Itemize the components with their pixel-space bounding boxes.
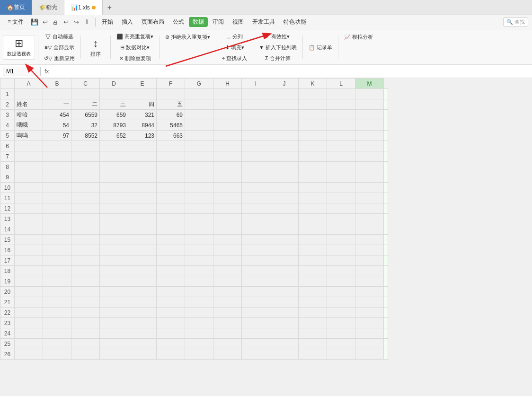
cell-20-10[interactable] <box>299 287 327 297</box>
cell-23-12[interactable] <box>355 318 384 328</box>
cell-8-0[interactable] <box>15 162 43 172</box>
reapply-button[interactable]: ↺▽ 重新应用 <box>41 53 78 63</box>
cell-6-1[interactable] <box>43 141 71 151</box>
cell-15-12[interactable] <box>355 235 384 245</box>
cell-22-10[interactable] <box>299 308 327 318</box>
cell-23-8[interactable] <box>242 318 270 328</box>
cell-14-3[interactable] <box>100 224 128 235</box>
cell-11-5[interactable] <box>157 193 185 203</box>
cell-2-0[interactable]: 姓名 <box>15 99 43 110</box>
cell-15-11[interactable] <box>327 235 355 245</box>
cell-4-5[interactable]: 5465 <box>157 120 185 131</box>
cell-9-6[interactable] <box>185 172 213 183</box>
cell-13-11[interactable] <box>327 214 355 224</box>
cell-14-9[interactable] <box>270 224 299 235</box>
cell-25-3[interactable] <box>100 339 128 349</box>
cell-21-11[interactable] <box>327 297 355 308</box>
cell-10-0[interactable] <box>15 183 43 193</box>
cell-16-1[interactable] <box>43 245 71 255</box>
cell-2-5[interactable]: 五 <box>157 99 185 110</box>
cell-3-0[interactable]: 哈哈 <box>15 110 43 120</box>
cell-17-2[interactable] <box>71 255 100 266</box>
cell-6-11[interactable] <box>327 141 355 151</box>
cell-12-11[interactable] <box>327 203 355 214</box>
cell-16-11[interactable] <box>327 245 355 255</box>
cell-13-3[interactable] <box>100 214 128 224</box>
cell-7-4[interactable] <box>128 151 157 162</box>
cell-20-1[interactable] <box>43 287 71 297</box>
cell-25-6[interactable] <box>185 339 213 349</box>
cell-25-9[interactable] <box>270 339 299 349</box>
cell-4-7[interactable] <box>213 120 242 131</box>
cell-19-9[interactable] <box>270 276 299 287</box>
cell-22-8[interactable] <box>242 308 270 318</box>
cell-26-4[interactable] <box>128 349 157 360</box>
cell-17-9[interactable] <box>270 255 299 266</box>
cell-23-2[interactable] <box>71 318 100 328</box>
cell-12-0[interactable] <box>15 203 43 214</box>
cell-2-12[interactable] <box>355 99 384 110</box>
cell-20-12[interactable] <box>355 287 384 297</box>
cell-21-7[interactable] <box>213 297 242 308</box>
cell-17-7[interactable] <box>213 255 242 266</box>
cell-22-5[interactable] <box>157 308 185 318</box>
cell-8-2[interactable] <box>71 162 100 172</box>
cell-2-6[interactable] <box>185 99 213 110</box>
cell-1-11[interactable] <box>327 89 355 99</box>
cell-16-6[interactable] <box>185 245 213 255</box>
cell-5-3[interactable]: 652 <box>100 131 128 141</box>
cell-11-9[interactable] <box>270 193 299 203</box>
cell-6-5[interactable] <box>157 141 185 151</box>
cell-26-2[interactable] <box>71 349 100 360</box>
cell-6-6[interactable] <box>185 141 213 151</box>
cell-1-0[interactable] <box>15 89 43 99</box>
save-icon[interactable]: 💾 <box>30 18 39 26</box>
cell-15-6[interactable] <box>185 235 213 245</box>
row-num-21[interactable]: 21 <box>0 297 15 308</box>
cell-5-8[interactable] <box>242 131 270 141</box>
cell-14-8[interactable] <box>242 224 270 235</box>
col-header-M[interactable]: M <box>355 79 384 89</box>
cell-26-8[interactable] <box>242 349 270 360</box>
cell-26-13[interactable] <box>384 349 388 360</box>
col-header-G[interactable]: G <box>185 79 213 89</box>
cell-25-5[interactable] <box>157 339 185 349</box>
cell-16-8[interactable] <box>242 245 270 255</box>
cell-18-9[interactable] <box>270 266 299 276</box>
cell-17-10[interactable] <box>299 255 327 266</box>
cell-16-7[interactable] <box>213 245 242 255</box>
cell-18-6[interactable] <box>185 266 213 276</box>
cell-26-10[interactable] <box>299 349 327 360</box>
cell-15-4[interactable] <box>128 235 157 245</box>
cell-24-12[interactable] <box>355 328 384 339</box>
highlight-dup-button[interactable]: ⬛ 高亮重复项▾ <box>114 32 156 42</box>
cell-9-4[interactable] <box>128 172 157 183</box>
cell-25-10[interactable] <box>299 339 327 349</box>
cell-12-5[interactable] <box>157 203 185 214</box>
cell-16-3[interactable] <box>100 245 128 255</box>
cell-4-1[interactable]: 54 <box>43 120 71 131</box>
cell-7-12[interactable] <box>355 151 384 162</box>
row-num-7[interactable]: 7 <box>0 151 15 162</box>
cell-3-12[interactable] <box>355 110 384 120</box>
cell-12-4[interactable] <box>128 203 157 214</box>
cell-3-7[interactable] <box>213 110 242 120</box>
cell-7-10[interactable] <box>299 151 327 162</box>
cell-5-5[interactable]: 663 <box>157 131 185 141</box>
cell-22-1[interactable] <box>43 308 71 318</box>
cell-11-7[interactable] <box>213 193 242 203</box>
row-num-3[interactable]: 3 <box>0 110 15 120</box>
cell-15-3[interactable] <box>100 235 128 245</box>
cell-23-4[interactable] <box>128 318 157 328</box>
cell-8-7[interactable] <box>213 162 242 172</box>
cell-9-3[interactable] <box>100 172 128 183</box>
cell-22-2[interactable] <box>71 308 100 318</box>
cell-24-8[interactable] <box>242 328 270 339</box>
cell-7-2[interactable] <box>71 151 100 162</box>
tab-add-button[interactable]: + <box>103 0 116 15</box>
sim-analysis-button[interactable]: 📈 模拟分析 <box>341 32 376 42</box>
cell-6-10[interactable] <box>299 141 327 151</box>
cell-6-12[interactable] <box>355 141 384 151</box>
cell-22-9[interactable] <box>270 308 299 318</box>
col-header-F[interactable]: F <box>157 79 185 89</box>
